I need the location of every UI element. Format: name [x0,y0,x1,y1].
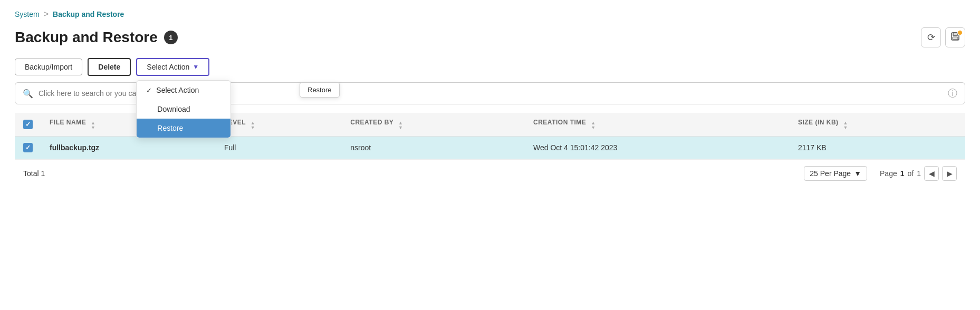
backup-import-button[interactable]: Backup/Import [15,59,82,75]
svg-rect-1 [953,33,957,35]
next-page-button[interactable]: ▶ [942,166,957,181]
select-action-wrapper: Select Action ▼ ✓ Select Action Download… [136,58,209,76]
prev-page-button[interactable]: ◀ [924,166,939,181]
col-creation-time[interactable]: CREATION TIME ▲▼ [525,113,790,137]
col-level[interactable]: LEVEL ▲▼ [216,113,342,137]
breadcrumb-current: Backup and Restore [53,10,124,18]
per-page-select[interactable]: 25 Per Page ▼ [804,166,867,181]
dropdown-item-label: Select Action [156,86,199,94]
breadcrumb-system[interactable]: System [15,10,40,18]
toolbar-icons: ⟳ [921,27,965,47]
dropdown-item-label: Restore [157,124,183,132]
check-icon: ✓ [146,86,152,94]
sort-icon: ▲▼ [91,121,95,130]
breadcrumb: System > Backup and Restore [15,9,965,19]
page-title-row: Backup and Restore 1 ⟳ [15,27,965,47]
dropdown-item-download[interactable]: Download [137,100,230,119]
page-title-text: Backup and Restore [15,29,158,46]
dropdown-menu: ✓ Select Action Download Restore [136,80,231,138]
select-action-button[interactable]: Select Action ▼ [136,58,209,76]
sort-icon: ▲▼ [843,121,848,130]
svg-rect-2 [953,37,958,40]
breadcrumb-separator: > [44,9,49,19]
row-creation-time: Wed Oct 4 15:01:42 2023 [525,137,790,159]
header-checkbox[interactable]: ✓ [23,120,33,129]
row-checkbox-cell[interactable]: ✓ [15,137,41,159]
title-badge: 1 [164,31,178,44]
page-title: Backup and Restore 1 [15,29,178,46]
save-button[interactable] [945,27,965,47]
delete-button[interactable]: Delete [88,58,131,76]
select-action-label: Select Action [147,63,189,71]
notification-dot [957,30,963,35]
search-icon: 🔍 [23,89,33,99]
col-checkbox: ✓ [15,113,41,137]
refresh-icon: ⟳ [927,32,935,43]
col-size[interactable]: SIZE (IN KB) ▲▼ [790,113,965,137]
action-bar: Backup/Import Delete Select Action ▼ ✓ S… [15,58,965,76]
main-page: System > Backup and Restore Backup and R… [0,0,980,197]
table-row[interactable]: ✓ fullbackup.tgz Full nsroot Wed Oct 4 1… [15,137,965,159]
info-icon[interactable]: ⓘ [948,87,957,100]
table-footer: Total 1 25 Per Page ▼ Page 1 of 1 ◀ ▶ [15,159,965,187]
chevron-down-icon: ▼ [854,169,861,178]
row-size: 2117 KB [790,137,965,159]
row-created-by: nsroot [342,137,525,159]
refresh-button[interactable]: ⟳ [921,27,941,47]
sort-icon: ▲▼ [591,121,595,130]
table-body: ✓ fullbackup.tgz Full nsroot Wed Oct 4 1… [15,137,965,159]
sort-icon: ▲▼ [398,121,403,130]
sort-icon: ▲▼ [251,121,255,130]
row-level: Full [216,137,342,159]
dropdown-item-select-action[interactable]: ✓ Select Action [137,81,230,100]
row-checkbox[interactable]: ✓ [23,143,33,152]
pagination: Page 1 of 1 ◀ ▶ [880,166,957,181]
col-created-by[interactable]: CREATED BY ▲▼ [342,113,525,137]
total-label: Total 1 [23,169,45,178]
dropdown-item-label: Download [157,105,190,113]
row-file-name: fullbackup.tgz [41,137,216,159]
dropdown-item-restore[interactable]: Restore [137,119,230,138]
restore-tooltip: Restore [300,82,340,98]
chevron-down-icon: ▼ [193,63,199,71]
